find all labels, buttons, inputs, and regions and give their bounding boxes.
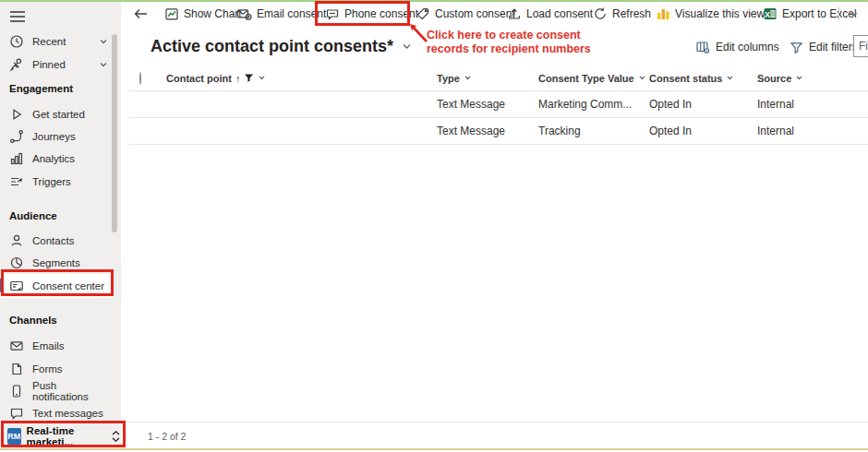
- sidebar-item-contacts[interactable]: Contacts: [0, 230, 112, 252]
- show-chart-button[interactable]: Show Chart: [164, 2, 242, 26]
- sidebar-item-label: Text messages: [32, 408, 103, 419]
- area-badge: RM: [7, 428, 21, 445]
- chevron-down-icon: [464, 74, 472, 82]
- sidebar-item-analytics[interactable]: Analytics: [0, 148, 112, 170]
- area-switcher-icon: [111, 430, 121, 443]
- sidebar-item-pinned[interactable]: Pinned: [0, 54, 112, 76]
- phone-consent-button[interactable]: Phone consent: [325, 2, 418, 26]
- column-header-consent-status[interactable]: Consent status: [649, 73, 757, 84]
- sidebar-item-label: Triggers: [32, 176, 71, 187]
- edit-filters-label: Edit filters: [809, 41, 858, 54]
- column-header-consent-type-value[interactable]: Consent Type Value: [538, 73, 649, 84]
- chevron-down-icon[interactable]: [98, 59, 109, 70]
- edit-columns-label: Edit columns: [716, 41, 779, 54]
- sort-ascending-icon: ↑: [235, 73, 241, 84]
- sidebar-item-label: Consent center: [32, 280, 104, 291]
- sidebar-item-label: Emails: [32, 340, 65, 351]
- edit-columns-button[interactable]: Edit columns: [695, 37, 779, 57]
- area-switcher[interactable]: RM Real-time marketi...: [0, 424, 121, 448]
- segments-icon: [9, 256, 24, 270]
- cell-type: Text Message: [437, 125, 538, 137]
- column-header-label: Source: [757, 73, 791, 84]
- sidebar-item-get-started[interactable]: Get started: [0, 103, 112, 125]
- column-header-contact-point[interactable]: Contact point ↑: [166, 73, 437, 84]
- edit-filters-button[interactable]: Edit filters: [790, 37, 858, 57]
- toolbar-button-label: Email consent: [257, 7, 326, 20]
- refresh-icon: [593, 6, 608, 21]
- phone-icon: [9, 384, 24, 398]
- annotation-line-1: Click here to create consent: [427, 29, 621, 42]
- sidebar-scrollbar[interactable]: [112, 34, 117, 232]
- record-count: 1 - 2 of 2: [148, 431, 186, 442]
- column-header-label: Type: [437, 73, 460, 84]
- email-consent-icon: [236, 6, 252, 21]
- sidebar-item-text-messages[interactable]: Text messages: [0, 402, 112, 424]
- table-header-row: Contact point ↑ Type Consent Type Value …: [129, 65, 868, 91]
- filter-keyword-input[interactable]: Fi: [853, 35, 868, 57]
- column-header-label: Contact point: [166, 73, 232, 84]
- pin-icon: [9, 57, 24, 72]
- custom-consent-icon: [416, 6, 430, 21]
- column-header-type[interactable]: Type: [437, 73, 538, 84]
- back-button[interactable]: [133, 2, 149, 26]
- triggers-icon: [9, 174, 24, 189]
- sidebar-section-engagement: Engagement: [9, 83, 73, 94]
- toolbar-button-label: Export to Excel: [782, 7, 857, 20]
- area-switcher-label: Real-time marketi...: [27, 425, 105, 447]
- excel-icon: X: [763, 6, 778, 21]
- page-title: Active contact point consents*: [151, 37, 393, 56]
- annotation-text: Click here to create consent records for…: [427, 29, 621, 56]
- sidebar-section-audience: Audience: [9, 210, 57, 221]
- sidebar-section-channels: Channels: [9, 315, 57, 326]
- sidebar-item-recent[interactable]: Recent: [0, 30, 112, 53]
- speech-bubble-icon: [9, 406, 24, 421]
- sidebar-item-label: Recent: [32, 36, 66, 47]
- chevron-down-icon: [848, 8, 860, 20]
- toolbar-button-label: Custom consent: [435, 7, 515, 20]
- funnel-icon: [790, 41, 803, 54]
- sidebar-item-journeys[interactable]: Journeys: [0, 125, 112, 148]
- chevron-down-icon[interactable]: [98, 36, 109, 47]
- sidebar: Recent Pinned Engagement Get started Jou…: [0, 2, 121, 448]
- bottom-accent-strip: [0, 448, 868, 450]
- sidebar-item-label: Pinned: [32, 59, 66, 70]
- visualize-icon: [657, 6, 670, 21]
- select-all-checkbox[interactable]: [139, 72, 141, 85]
- sidebar-item-triggers[interactable]: Triggers: [0, 171, 112, 193]
- custom-consent-button[interactable]: Custom consent: [416, 2, 515, 26]
- refresh-button[interactable]: Refresh: [593, 2, 651, 26]
- load-consent-button[interactable]: Load consent: [507, 2, 593, 26]
- person-icon: [9, 233, 24, 248]
- column-header-label: Consent status: [649, 73, 722, 84]
- sidebar-item-label: Analytics: [32, 153, 75, 164]
- toolbar-divider: [838, 7, 839, 20]
- toolbar-button-label: Visualize this view: [675, 7, 765, 20]
- table-row[interactable]: Text Message Tracking Opted In Internal: [129, 118, 868, 145]
- toolbar-button-label: Refresh: [612, 7, 651, 20]
- phone-consent-icon: [325, 6, 340, 21]
- column-header-source[interactable]: Source: [757, 73, 868, 84]
- sidebar-item-push-notifications[interactable]: Push notifications: [0, 380, 112, 402]
- sidebar-item-forms[interactable]: Forms: [0, 358, 112, 380]
- export-excel-button[interactable]: X Export to Excel: [763, 2, 857, 26]
- cell-source: Internal: [757, 125, 868, 137]
- table-row[interactable]: Text Message Marketing Comm... Opted In …: [129, 91, 868, 118]
- analytics-icon: [9, 151, 24, 166]
- sidebar-item-consent-center[interactable]: Consent center: [0, 274, 112, 298]
- toolbar-button-label: Load consent: [526, 7, 593, 20]
- view-selector[interactable]: Active contact point consents*: [151, 37, 413, 56]
- clock-icon: [9, 34, 24, 49]
- menu-icon[interactable]: [9, 9, 26, 24]
- sidebar-item-segments[interactable]: Segments: [0, 252, 112, 274]
- toolbar-overflow-button[interactable]: [848, 2, 860, 26]
- filter-box-text: Fi: [859, 40, 868, 53]
- cell-source: Internal: [757, 98, 868, 111]
- sidebar-item-emails[interactable]: Emails: [0, 335, 112, 357]
- chevron-down-icon: [638, 74, 646, 82]
- selection-indicator: [0, 278, 3, 292]
- chevron-down-icon: [795, 74, 803, 82]
- email-consent-button[interactable]: Email consent: [236, 2, 326, 26]
- load-consent-icon: [507, 6, 522, 21]
- visualize-view-button[interactable]: Visualize this view: [657, 2, 765, 26]
- chevron-down-icon: [258, 74, 266, 82]
